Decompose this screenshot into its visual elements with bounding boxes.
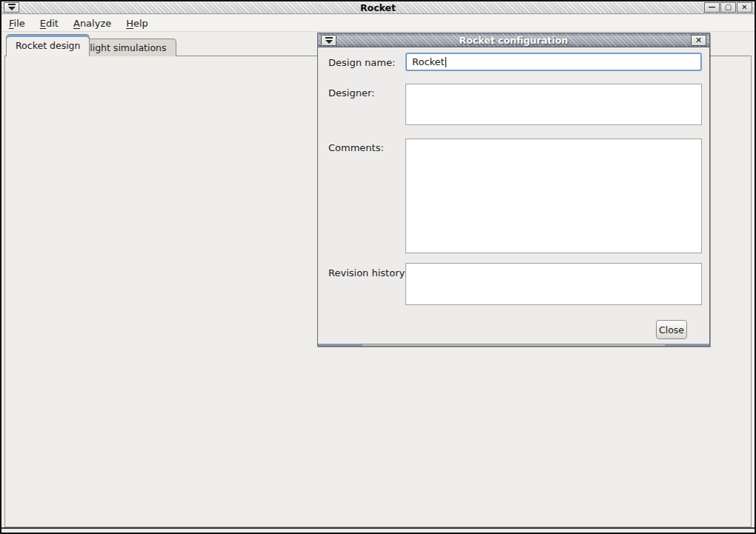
menu-analyze[interactable]: Analyze (73, 18, 111, 29)
dialog-titlebar[interactable]: Rocket configuration ✕ (318, 33, 709, 47)
menu-help[interactable]: Help (126, 18, 148, 29)
design-name-input[interactable]: Rocket (405, 53, 702, 71)
minimize-button[interactable]: — (704, 2, 720, 13)
rocket-configuration-dialog: Rocket configuration ✕ Design name: Rock… (317, 33, 710, 347)
openrocket-window: Rocket — ▢ ✕ FileEditAnalyzeHelp Rocket … (0, 0, 756, 534)
close-button[interactable]: ✕ (737, 2, 752, 13)
window-bottom-bevel (1, 527, 755, 529)
menu-file[interactable]: File (9, 18, 25, 29)
designer-textarea[interactable] (405, 84, 702, 125)
text-caret (445, 57, 446, 67)
dialog-close-icon[interactable]: ✕ (691, 35, 706, 46)
close-button-label: Close (659, 324, 684, 336)
dialog-bottom-edge (318, 344, 709, 346)
dialog-close-button[interactable]: Close (656, 320, 687, 339)
designer-label: Designer: (328, 87, 374, 99)
tab-label: Flight simulations (84, 42, 167, 53)
dialog-corner-accent (318, 344, 362, 346)
menu-bar: FileEditAnalyzeHelp (1, 15, 755, 32)
revision-history-textarea[interactable] (405, 263, 702, 305)
dialog-title: Rocket configuration (318, 35, 709, 46)
comments-textarea[interactable] (405, 138, 702, 253)
maximize-button[interactable]: ▢ (720, 2, 736, 13)
tab-label: Rocket design (16, 40, 80, 51)
tab-flight-simulations[interactable]: Flight simulations (75, 39, 176, 56)
design-name-value: Rocket (412, 56, 445, 67)
main-titlebar[interactable]: Rocket — ▢ ✕ (1, 1, 755, 14)
tab-rocket-design[interactable]: Rocket design (6, 34, 90, 56)
comments-label: Comments: (328, 142, 384, 153)
revision-history-label: Revision history: (328, 267, 408, 278)
menu-edit[interactable]: Edit (40, 18, 59, 29)
design-name-label: Design name: (328, 57, 395, 68)
dialog-corner-accent (665, 344, 709, 346)
window-title: Rocket (1, 2, 755, 13)
